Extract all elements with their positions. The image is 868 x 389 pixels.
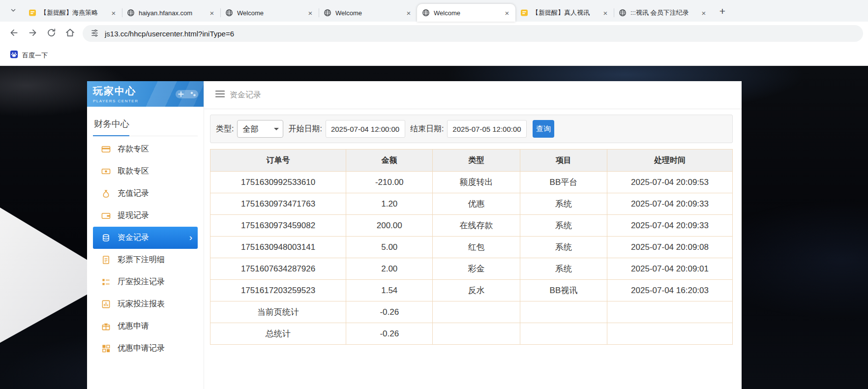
table-header-cell: 订单号 [210, 150, 346, 172]
new-tab-button[interactable]: + [715, 3, 730, 18]
chevron-right-icon: › [189, 232, 192, 243]
sidebar-item-label: 厅室投注记录 [118, 277, 165, 287]
tab-title: haiyan.hfanax.com [139, 9, 204, 17]
tab-close-button[interactable]: × [306, 8, 315, 17]
sidebar-item[interactable]: 提现记录 [93, 205, 198, 227]
browser-tab[interactable]: 【新提醒】海燕策略× [24, 4, 122, 22]
forward-icon [28, 28, 38, 39]
sidebar-item[interactable]: 优惠申请 [93, 315, 198, 337]
sidebar-item[interactable]: 取款专区 [93, 160, 198, 182]
table-cell: 5.00 [346, 237, 433, 258]
type-select[interactable]: 全部 [237, 120, 283, 138]
lottery-detail-icon [101, 255, 111, 265]
forward-button[interactable] [24, 25, 41, 42]
table-cell [433, 301, 520, 323]
baidu-icon [10, 50, 18, 60]
table-cell [520, 323, 607, 345]
back-button[interactable] [5, 25, 23, 42]
home-button[interactable] [61, 25, 79, 42]
tab-close-button[interactable]: × [601, 8, 610, 17]
funds-record-icon [101, 233, 111, 242]
main-content: 资金记录 类型: 全部 开始日期: 结束日期: 查询 订单号金 [204, 81, 742, 389]
tab-close-button[interactable]: × [404, 8, 413, 17]
withdraw-record-icon [101, 211, 111, 220]
back-icon [9, 28, 19, 39]
user-center-panel: 玩家中心 PLAYERS CENTER 财务中心 存款专区取款专区充值记录提现记… [87, 81, 742, 389]
table-cell: 1.20 [346, 193, 433, 215]
tab-close-button[interactable]: × [699, 8, 708, 17]
globe-icon [324, 9, 331, 17]
sidebar-item[interactable]: 彩票下注明细 [93, 249, 198, 271]
browser-tab[interactable]: 【新提醒】真人视讯× [515, 4, 614, 22]
table-cell: 在线存款 [433, 215, 520, 237]
search-button[interactable]: 查询 [533, 120, 554, 138]
table-cell: 红包 [433, 237, 520, 258]
browser-tab[interactable]: Welcome× [319, 4, 417, 22]
bookmark-baidu[interactable]: 百度一下 [6, 48, 52, 63]
globe-icon [422, 9, 430, 17]
tab-close-button[interactable]: × [208, 8, 216, 17]
sidebar-item[interactable]: 玩家投注报表 [93, 293, 198, 315]
table-cell: 2025-07-04 20:09:33 [607, 215, 733, 237]
tab-close-button[interactable]: × [109, 8, 118, 17]
sidebar-header: 玩家中心 PLAYERS CENTER [87, 81, 204, 107]
table-cell: 1751630992533610 [210, 172, 346, 193]
sidebar-item[interactable]: 存款专区 [93, 138, 198, 160]
table-row: 17516172032595231.54反水BB视讯2025-07-04 16:… [210, 280, 733, 301]
navigation-bar: js13.cc/hhcp/usercenter.html?iniType=6 [0, 22, 868, 45]
site-info-icon[interactable] [90, 29, 99, 39]
section-title-text: 财务中心 [94, 119, 129, 129]
table-row: 17516309480031415.00红包系统2025-07-04 20:09… [210, 237, 733, 258]
filter-bar: 类型: 全部 开始日期: 结束日期: 查询 [210, 115, 733, 143]
game-controller-icon [174, 87, 200, 101]
sidebar-item[interactable]: 优惠申请记录 [93, 337, 198, 359]
table-cell: 反水 [433, 280, 520, 301]
funds-record-table: 订单号金额类型项目处理时间 1751630992533610-210.00额度转… [210, 149, 733, 345]
table-row: 17516076342879262.00彩金系统2025-07-04 20:09… [210, 258, 733, 280]
tab-title: Welcome [237, 9, 302, 17]
deposit-card-icon [101, 145, 111, 154]
table-cell: BB视讯 [520, 280, 607, 301]
bookmarks-bar: 百度一下 [0, 45, 868, 66]
globe-icon [619, 9, 627, 17]
table-cell: 当前页统计 [210, 301, 346, 323]
tab-title: 【新提醒】真人视讯 [532, 8, 597, 17]
type-select-wrap: 全部 [237, 120, 283, 138]
table-cell: 彩金 [433, 258, 520, 280]
tab-close-button[interactable]: × [503, 8, 511, 17]
table-cell: 200.00 [346, 215, 433, 237]
table-header-row: 订单号金额类型项目处理时间 [210, 150, 733, 172]
browser-tab[interactable]: Welcome× [220, 4, 319, 22]
table-cell: 2025-07-04 20:09:01 [607, 258, 733, 280]
table-cell: 1.54 [346, 280, 433, 301]
table-cell [433, 323, 520, 345]
player-report-icon [101, 299, 111, 309]
message-icon [520, 9, 528, 17]
sidebar-item[interactable]: 厅室投注记录 [93, 271, 198, 293]
sidebar-item-label: 彩票下注明细 [118, 255, 165, 265]
table-cell: 1751617203259523 [210, 280, 346, 301]
bookmark-label: 百度一下 [22, 51, 48, 60]
sidebar-item[interactable]: 资金记录› [93, 227, 198, 249]
sidebar-item[interactable]: 充值记录 [93, 182, 198, 205]
table-cell: 优惠 [433, 193, 520, 215]
tab-search-button[interactable] [6, 3, 21, 18]
table-row: 总统计-0.26 [210, 323, 733, 345]
start-date-input[interactable] [326, 120, 405, 138]
browser-tab[interactable]: haiyan.hfanax.com× [122, 4, 220, 22]
reload-button[interactable] [42, 25, 60, 42]
table-cell [520, 301, 607, 323]
end-date-input[interactable] [447, 120, 527, 138]
table-cell: 1751630973459082 [210, 215, 346, 237]
browser-tab[interactable]: Welcome× [417, 4, 515, 22]
sidebar-item-label: 取款专区 [118, 166, 149, 177]
page-title: 资金记录 [230, 90, 261, 100]
recharge-record-icon [101, 189, 111, 198]
table-cell: 额度转出 [433, 172, 520, 193]
table-cell: 2025-07-04 20:09:33 [607, 193, 733, 215]
table-cell: 系统 [520, 237, 607, 258]
address-bar[interactable]: js13.cc/hhcp/usercenter.html?iniType=6 [83, 25, 863, 42]
browser-tab[interactable]: :::视讯 会员下注纪录× [614, 4, 712, 22]
table-cell: -0.26 [346, 301, 433, 323]
table-cell: 系统 [520, 193, 607, 215]
